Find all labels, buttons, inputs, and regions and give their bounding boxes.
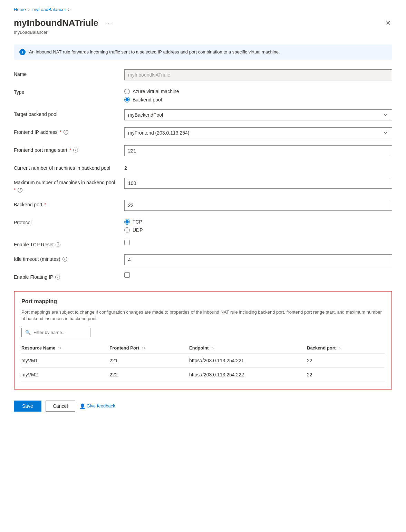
form-row-type: Type Azure virtual machine Backend pool: [14, 87, 392, 102]
cell-backend-port: 22: [307, 353, 385, 367]
col-frontend-port[interactable]: Frontend Port ↑↓: [109, 343, 189, 354]
max-machines-info-icon[interactable]: i: [18, 188, 22, 193]
close-button[interactable]: ✕: [384, 19, 392, 28]
sort-backend-port[interactable]: ↑↓: [338, 346, 342, 350]
floating-ip-checkbox-container: [124, 272, 392, 278]
current-machines-value: 2: [124, 163, 392, 171]
filter-box[interactable]: 🔍: [21, 328, 90, 337]
breadcrumb-sep1: >: [28, 7, 30, 12]
form-row-current-machines: Current number of machines in backend po…: [14, 163, 392, 171]
sort-endpoint[interactable]: ↑↓: [211, 346, 215, 350]
col-resource-name[interactable]: Resource Name ↑↓: [21, 343, 109, 354]
form-row-floating-ip: Enable Floating IP i: [14, 272, 392, 280]
backend-port-required: *: [45, 202, 46, 207]
frontend-ip-info-icon[interactable]: i: [64, 130, 68, 135]
type-label: Type: [14, 87, 117, 95]
port-mapping-table: Resource Name ↑↓ Frontend Port ↑↓ Endpoi…: [21, 343, 385, 382]
floating-ip-checkbox[interactable]: [124, 272, 130, 278]
type-azure-vm-radio[interactable]: [124, 89, 130, 94]
frontend-port-label: Frontend port range start * i: [14, 145, 117, 153]
tcp-reset-info-icon[interactable]: i: [56, 242, 60, 247]
save-button[interactable]: Save: [14, 401, 41, 412]
cell-endpoint: https://203.0.113.254:222: [189, 367, 307, 382]
frontend-ip-label: Frontend IP address * i: [14, 127, 117, 135]
target-backend-pool-select[interactable]: myBackendPool: [124, 109, 392, 120]
idle-timeout-input[interactable]: [124, 254, 392, 265]
col-endpoint[interactable]: Endpoint ↑↓: [189, 343, 307, 354]
target-backend-pool-label: Target backend pool: [14, 109, 117, 117]
current-machines-label: Current number of machines in backend po…: [14, 163, 117, 171]
max-machines-required: *: [14, 187, 16, 193]
ellipsis-button[interactable]: ···: [103, 19, 115, 27]
type-backend-pool[interactable]: Backend pool: [124, 97, 392, 102]
cell-backend-port: 22: [307, 367, 385, 382]
tcp-reset-label: Enable TCP Reset i: [14, 240, 117, 247]
type-backend-pool-label: Backend pool: [133, 97, 162, 102]
protocol-tcp-label: TCP: [133, 219, 142, 225]
port-mapping-description: Port mappings are subject to change if c…: [21, 309, 385, 322]
type-radio-group: Azure virtual machine Backend pool: [124, 87, 392, 102]
port-mapping-section: Port mapping Port mappings are subject t…: [14, 291, 392, 390]
breadcrumb-home[interactable]: Home: [14, 7, 26, 12]
page-header: myInboundNATriule ··· ✕: [14, 18, 392, 28]
tcp-reset-checkbox-container: [124, 240, 392, 245]
sort-frontend-port[interactable]: ↑↓: [142, 346, 145, 350]
info-box: i An inbound NAT rule forwards incoming …: [14, 45, 392, 60]
frontend-port-required: *: [69, 147, 71, 153]
form-row-name: Name: [14, 69, 392, 80]
table-row: myVM2 222 https://203.0.113.254:222 22: [21, 367, 385, 382]
filter-search-icon: 🔍: [25, 330, 31, 335]
info-icon: i: [19, 49, 26, 55]
page-subtitle: myLoadBalancer: [14, 30, 392, 35]
breadcrumb-loadbalancer[interactable]: myLoadBalancer: [32, 7, 66, 12]
table-body: myVM1 221 https://203.0.113.254:221 22 m…: [21, 353, 385, 382]
floating-ip-info-icon[interactable]: i: [55, 275, 60, 279]
protocol-tcp-radio[interactable]: [124, 219, 130, 225]
protocol-tcp[interactable]: TCP: [124, 219, 392, 225]
info-text: An inbound NAT rule forwards incoming tr…: [29, 49, 280, 56]
port-mapping-title: Port mapping: [21, 298, 385, 305]
type-azure-vm-label: Azure virtual machine: [133, 89, 179, 94]
sort-resource-name[interactable]: ↑↓: [58, 346, 61, 350]
form-row-backend-port: Backend port *: [14, 200, 392, 211]
form-row-protocol: Protocol TCP UDP: [14, 218, 392, 233]
header-left: myInboundNATriule ···: [14, 18, 115, 28]
breadcrumb-sep2: >: [68, 7, 70, 12]
filter-input[interactable]: [33, 330, 87, 335]
feedback-icon: 👤: [79, 403, 85, 409]
col-backend-port[interactable]: Backend port ↑↓: [307, 343, 385, 354]
table-header: Resource Name ↑↓ Frontend Port ↑↓ Endpoi…: [21, 343, 385, 354]
protocol-udp-radio[interactable]: [124, 227, 130, 233]
cell-resource-name: myVM1: [21, 353, 109, 367]
name-label: Name: [14, 69, 117, 77]
cell-endpoint: https://203.0.113.254:221: [189, 353, 307, 367]
feedback-link[interactable]: 👤 Give feedback: [79, 403, 115, 409]
frontend-ip-select[interactable]: myFrontend (203.0.113.254): [124, 127, 392, 138]
cancel-button[interactable]: Cancel: [46, 401, 75, 412]
breadcrumb: Home > myLoadBalancer >: [14, 7, 392, 12]
tcp-reset-checkbox[interactable]: [124, 240, 130, 245]
form-section: Name Type Azure virtual machine Backend …: [14, 69, 392, 280]
form-row-target-backend-pool: Target backend pool myBackendPool: [14, 109, 392, 120]
backend-port-label: Backend port *: [14, 200, 117, 207]
max-machines-label: Maximum number of machines in backend po…: [14, 178, 117, 193]
frontend-port-info-icon[interactable]: i: [73, 148, 78, 152]
feedback-label: Give feedback: [87, 403, 115, 408]
backend-port-input[interactable]: [124, 200, 392, 211]
type-backend-pool-radio[interactable]: [124, 97, 130, 102]
frontend-port-input[interactable]: [124, 145, 392, 156]
idle-timeout-info-icon[interactable]: i: [62, 257, 67, 262]
protocol-udp[interactable]: UDP: [124, 227, 392, 233]
form-row-tcp-reset: Enable TCP Reset i: [14, 240, 392, 247]
cell-resource-name: myVM2: [21, 367, 109, 382]
footer-actions: Save Cancel 👤 Give feedback: [14, 401, 392, 412]
max-machines-input[interactable]: [124, 178, 392, 189]
protocol-label: Protocol: [14, 218, 117, 225]
name-input[interactable]: [124, 69, 392, 80]
protocol-radio-group: TCP UDP: [124, 218, 392, 233]
cell-frontend-port: 222: [109, 367, 189, 382]
type-azure-vm[interactable]: Azure virtual machine: [124, 89, 392, 94]
floating-ip-label: Enable Floating IP i: [14, 272, 117, 280]
table-row: myVM1 221 https://203.0.113.254:221 22: [21, 353, 385, 367]
form-row-max-machines: Maximum number of machines in backend po…: [14, 178, 392, 193]
